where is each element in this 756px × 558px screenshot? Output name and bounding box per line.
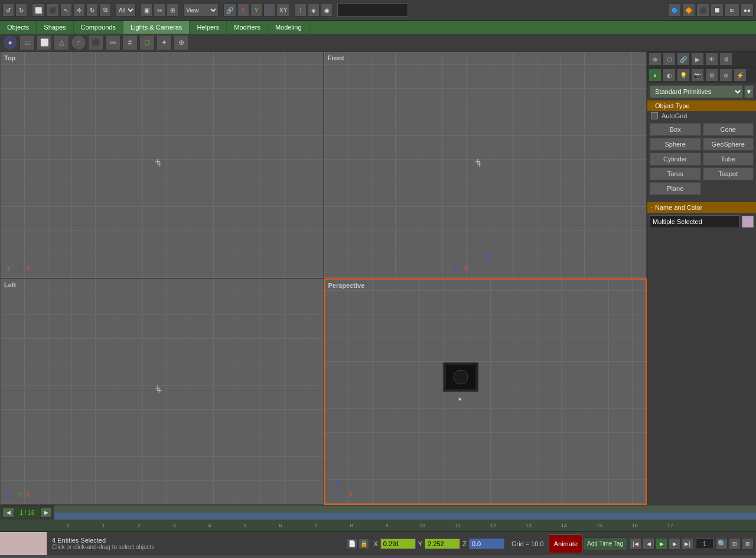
cylinder-button[interactable]: Cylinder xyxy=(650,153,701,166)
rpanel-tab-modify[interactable]: ⬡ xyxy=(663,53,676,66)
z-coord-input[interactable] xyxy=(469,538,504,549)
menu-shapes[interactable]: Shapes xyxy=(37,21,73,34)
select-all-button[interactable]: ▣ xyxy=(141,4,152,17)
animate-button[interactable]: Animate xyxy=(549,534,583,553)
cone-primitive-button[interactable]: △ xyxy=(54,35,69,50)
add-time-tag-button[interactable]: Add Time Tag xyxy=(583,537,627,550)
percent-snap-toggle[interactable]: ◉ xyxy=(321,4,333,17)
mirror-button[interactable]: ⇔ xyxy=(154,4,165,17)
box-button[interactable]: Box xyxy=(650,123,701,136)
snap-toggle[interactable]: ⋮ xyxy=(295,4,307,17)
zoom-out-button[interactable]: ⊟ xyxy=(729,538,741,550)
redo-button[interactable]: ↻ xyxy=(15,4,27,17)
pan-button[interactable]: ⊞ xyxy=(742,538,754,550)
render-scene-button[interactable]: 🔶 xyxy=(682,4,695,17)
z-axis-button[interactable]: Z xyxy=(263,4,275,17)
array-button[interactable]: ⊞ xyxy=(167,4,178,17)
rotate-tool-button[interactable]: ↻ xyxy=(86,4,98,17)
select-filter-dropdown[interactable]: All xyxy=(116,4,136,17)
x-coord-input[interactable] xyxy=(380,538,416,549)
select-tool-button[interactable]: ↖ xyxy=(60,4,72,17)
grid2-helper-button[interactable]: ⬡ xyxy=(139,35,155,50)
rpanel-subtab-geometry[interactable]: ● xyxy=(649,69,662,82)
rpanel-tab-hierarchy[interactable]: 🔗 xyxy=(677,53,690,66)
timeline-bar[interactable] xyxy=(54,505,756,520)
torus-primitive-button[interactable]: ○ xyxy=(71,35,86,50)
quick-render-button[interactable]: ⬛ xyxy=(696,4,709,17)
grid-helper-button[interactable]: # xyxy=(122,35,138,50)
menu-helpers[interactable]: Helpers xyxy=(190,21,227,34)
rpanel-tab-utilities[interactable]: ⚙ xyxy=(719,53,732,66)
timeline-nav: ◀ 1 / 16 ▶ xyxy=(0,507,54,518)
compass-button[interactable]: ⊕ xyxy=(174,35,189,50)
dropdown-arrow[interactable]: ▼ xyxy=(744,85,754,98)
rpanel-tab-create[interactable]: ⊕ xyxy=(649,53,662,66)
rpanel-tab-display[interactable]: 👁 xyxy=(705,53,718,66)
angle-snap-toggle[interactable]: ◈ xyxy=(308,4,320,17)
file-icon[interactable]: 📄 xyxy=(347,538,357,549)
prev-frame-pb-button[interactable]: ◀ xyxy=(643,538,654,550)
menu-lights-cameras[interactable]: Lights & Cameras xyxy=(123,21,190,34)
primitives-dropdown[interactable]: Standard Primitives xyxy=(650,85,743,98)
menu-objects[interactable]: Objects xyxy=(0,21,37,34)
link-button[interactable]: 🔗 xyxy=(223,4,236,17)
geosphere-button[interactable]: GS xyxy=(105,35,120,50)
name-color-section-header[interactable]: - Name and Color xyxy=(647,202,756,213)
object-type-section-header[interactable]: - Object Type xyxy=(647,100,756,111)
rpanel-subtab-camera[interactable]: 📷 xyxy=(691,69,704,82)
next-frame-button[interactable]: ▶ xyxy=(40,507,52,518)
select-object-button[interactable]: ⬜ xyxy=(32,4,45,17)
viewport-front[interactable]: Front + Z Z X xyxy=(324,51,647,278)
object-name-input[interactable] xyxy=(650,215,739,228)
sphere-primitive-button[interactable]: ● xyxy=(2,35,18,50)
zoom-in-button[interactable]: 🔍 xyxy=(716,538,728,550)
rpanel-tab-motion[interactable]: ▶ xyxy=(691,53,704,66)
cylinder-primitive-button[interactable]: ⬜ xyxy=(37,35,52,50)
tube-primitive-button[interactable]: ⬛ xyxy=(88,35,103,50)
next-frame-pb-button[interactable]: ▶ xyxy=(669,538,680,550)
torus-button[interactable]: Torus xyxy=(650,167,701,180)
lock-icon[interactable]: 🔒 xyxy=(359,538,369,549)
rpanel-subtab-spacewarp[interactable]: ⊛ xyxy=(719,69,732,82)
viewport-perspective[interactable]: Perspective ★ Z Z X xyxy=(324,278,647,505)
render-type-button[interactable]: 🔲 xyxy=(711,4,724,17)
name-input-field[interactable] xyxy=(337,4,408,17)
menu-modeling[interactable]: Modeling xyxy=(268,21,309,34)
prev-key-button[interactable]: |◀ xyxy=(630,538,641,550)
frame-counter[interactable]: 1 xyxy=(696,538,713,549)
sphere-button[interactable]: Sphere xyxy=(650,138,701,151)
tube-button[interactable]: Tube xyxy=(703,153,754,166)
extra-helper-button[interactable]: ✦ xyxy=(157,35,172,50)
x-axis-button[interactable]: X xyxy=(237,4,249,17)
y-coord-input[interactable] xyxy=(425,538,460,549)
next-key-button[interactable]: ▶| xyxy=(682,538,693,550)
viewport-top[interactable]: Top + Y Z X xyxy=(0,51,324,278)
autogrid-checkbox[interactable] xyxy=(651,112,658,119)
select-region-button[interactable]: ⬛ xyxy=(46,4,59,17)
move-tool-button[interactable]: ✛ xyxy=(73,4,85,17)
extras-button[interactable]: ●● xyxy=(741,4,754,17)
scale-tool-button[interactable]: ⧉ xyxy=(99,4,111,17)
left-crosshair: + xyxy=(158,388,165,395)
menu-compounds[interactable]: Compounds xyxy=(74,21,123,34)
cone-button[interactable]: Cone xyxy=(703,123,754,136)
rpanel-subtab-system[interactable]: ⚡ xyxy=(734,69,747,82)
play-button[interactable]: ▶ xyxy=(656,538,667,550)
color-swatch[interactable] xyxy=(742,216,754,228)
geosphere-button[interactable]: GeoSphere xyxy=(703,138,754,151)
undo-button[interactable]: ↺ xyxy=(2,4,14,17)
y-axis-button[interactable]: Y xyxy=(250,4,262,17)
teapot-button[interactable]: Teapot xyxy=(703,167,754,180)
id-button[interactable]: ID xyxy=(725,4,739,17)
plane-button[interactable]: Plane xyxy=(650,182,701,195)
box-primitive-button[interactable]: □ xyxy=(19,35,35,50)
xyz-button[interactable]: XY xyxy=(276,4,290,17)
rpanel-subtab-helper[interactable]: ⊞ xyxy=(705,69,718,82)
rpanel-subtab-light[interactable]: 💡 xyxy=(677,69,690,82)
viewport-left[interactable]: Left + Z Y X xyxy=(0,278,324,505)
prev-frame-button[interactable]: ◀ xyxy=(2,507,14,518)
rpanel-subtab-shape[interactable]: ◐ xyxy=(663,69,676,82)
menu-modifiers[interactable]: Modifiers xyxy=(227,21,268,34)
view-mode-dropdown[interactable]: View xyxy=(183,4,219,17)
material-editor-button[interactable]: 🔷 xyxy=(668,4,681,17)
